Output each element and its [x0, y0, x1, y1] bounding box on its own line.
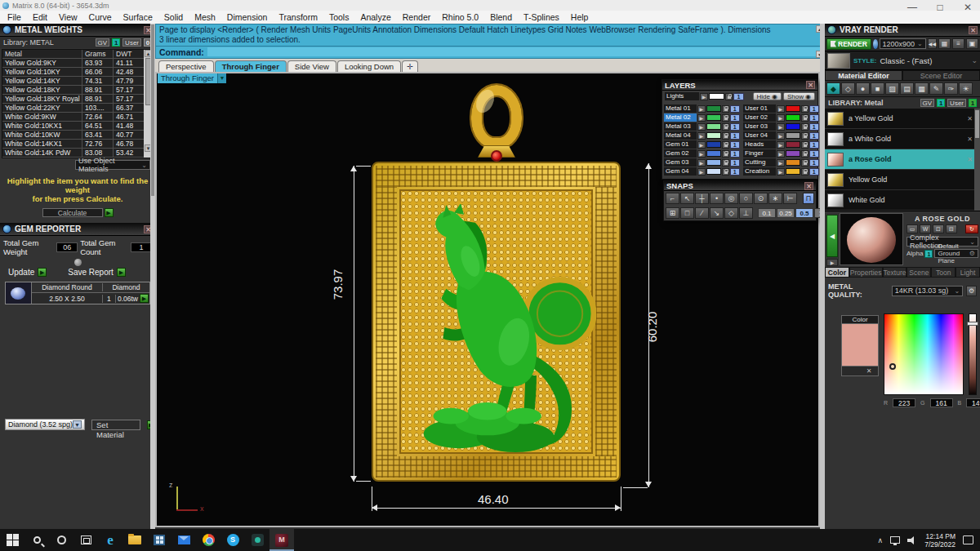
- blue-value[interactable]: 149: [966, 398, 980, 407]
- command-input[interactable]: [207, 47, 821, 56]
- menu-item[interactable]: Curve: [83, 11, 118, 24]
- layer-expand-icon[interactable]: ▶: [777, 132, 785, 140]
- update-button[interactable]: Update: [8, 268, 34, 277]
- store-button[interactable]: [147, 529, 172, 551]
- viewport-tab[interactable]: Looking Down: [337, 60, 401, 72]
- layer-toggle[interactable]: 1: [730, 114, 740, 122]
- clear-color-icon[interactable]: ✕: [860, 367, 878, 375]
- layer-color-swatch[interactable]: [786, 114, 800, 121]
- lock-icon[interactable]: [722, 123, 729, 131]
- column-grams[interactable]: Grams: [82, 50, 113, 58]
- refresh-preview-button[interactable]: ↻: [965, 224, 978, 233]
- menu-item[interactable]: Transform: [273, 11, 323, 24]
- layer-expand-icon[interactable]: ▶: [697, 150, 706, 158]
- table-row[interactable]: White Gold:10KW 63.41 40.77: [2, 131, 144, 140]
- snap-button[interactable]: □: [680, 207, 694, 219]
- lock-icon[interactable]: [801, 168, 808, 176]
- start-button[interactable]: [0, 529, 24, 551]
- viewport-tab[interactable]: Side View: [287, 60, 336, 72]
- render-button[interactable]: RENDER: [826, 38, 871, 50]
- layer-color-swatch[interactable]: [786, 150, 800, 157]
- layer-toggle[interactable]: 1: [809, 123, 819, 131]
- material-option-icon[interactable]: ⊡: [933, 224, 944, 233]
- close-icon[interactable]: ✕: [804, 182, 813, 190]
- lock-icon[interactable]: [801, 150, 808, 158]
- menu-item[interactable]: Edit: [27, 11, 53, 24]
- menu-item[interactable]: Render: [397, 11, 436, 24]
- material-tool-icon[interactable]: ◇: [841, 82, 855, 95]
- speaker-icon[interactable]: [907, 536, 917, 544]
- material-tool-icon[interactable]: ✑: [944, 82, 958, 95]
- snap-button[interactable]: ○: [739, 193, 753, 204]
- lock-icon[interactable]: [722, 159, 729, 167]
- menu-item[interactable]: Tools: [323, 11, 355, 24]
- snap-button[interactable]: ⊢: [783, 193, 797, 204]
- material-list-item[interactable]: a Rose Gold ✕: [825, 149, 980, 170]
- gem-material-dropdown[interactable]: Diamond (3.52 spg) ▼: [5, 419, 85, 430]
- material-tool-icon[interactable]: ▨: [885, 82, 899, 95]
- chevron-down-icon[interactable]: ▼: [217, 73, 226, 83]
- property-tab[interactable]: Texture: [883, 267, 907, 278]
- layer-toggle[interactable]: 1: [730, 168, 740, 176]
- material-back-button[interactable]: ◀: [826, 215, 838, 257]
- chrome-button[interactable]: [196, 529, 220, 551]
- layer-expand-icon[interactable]: ▶: [697, 123, 706, 131]
- menu-item[interactable]: Blend: [484, 11, 518, 24]
- menu-item[interactable]: Analyze: [354, 11, 396, 24]
- snap-button[interactable]: ↖: [680, 193, 694, 204]
- layer-toggle[interactable]: 1: [730, 105, 740, 113]
- render-tool-icon[interactable]: ▣: [966, 38, 978, 49]
- table-row[interactable]: Yellow Gold:22KY 103.... 66.37: [2, 104, 144, 113]
- material-list-item[interactable]: White Gold: [825, 190, 980, 211]
- layer-toggle[interactable]: 1: [809, 132, 819, 140]
- skype-button[interactable]: S: [220, 529, 245, 551]
- render-style-row[interactable]: STYLE: Classic - (Fast) ⌄: [825, 51, 980, 70]
- close-icon[interactable]: ✕: [806, 81, 815, 89]
- layer-expand-icon[interactable]: ▶: [777, 150, 785, 158]
- layer-row[interactable]: Metal 03 ▶ 1: [664, 122, 740, 131]
- snap-button[interactable]: ┼: [695, 193, 709, 204]
- save-report-button[interactable]: Save Report: [68, 268, 114, 277]
- total-gem-weight-value[interactable]: 06: [56, 242, 78, 252]
- total-gem-count-value[interactable]: 1: [131, 242, 152, 252]
- layer-color-swatch[interactable]: [786, 159, 800, 166]
- material-forward-button[interactable]: ▶: [826, 259, 838, 266]
- layer-color-swatch[interactable]: [706, 141, 721, 148]
- snap-button[interactable]: ∗: [768, 193, 782, 204]
- lock-icon[interactable]: [801, 114, 808, 122]
- user-filter-value[interactable]: 1: [969, 99, 977, 107]
- table-row[interactable]: White Gold:14KX1 72.76 46.78: [2, 140, 144, 149]
- gv-filter-button[interactable]: GV: [920, 99, 935, 107]
- menu-item[interactable]: Solid: [158, 11, 189, 24]
- table-row[interactable]: Yellow Gold:18KY Royal 88.91 57.17: [2, 95, 144, 104]
- material-tool-icon[interactable]: ▤: [900, 82, 914, 95]
- ground-plane-dropdown[interactable]: Default Ground Plane⚙: [934, 249, 978, 258]
- table-row[interactable]: White Gold:10KX1 64.51 41.48: [2, 122, 144, 131]
- palette-icon[interactable]: [842, 367, 860, 375]
- layers-header[interactable]: LAYERS ✕: [662, 80, 817, 91]
- layer-toggle[interactable]: 1: [809, 141, 819, 149]
- current-color-swatch[interactable]: [841, 324, 879, 367]
- layer-toggle[interactable]: 1: [809, 114, 819, 122]
- render-tool-icon[interactable]: ≡: [952, 38, 964, 49]
- layer-color-swatch[interactable]: [706, 123, 721, 130]
- layer-expand-icon[interactable]: ▶: [697, 132, 706, 140]
- snap-precision-button[interactable]: 0.5: [795, 208, 813, 218]
- property-tab[interactable]: Scene: [906, 267, 931, 278]
- material-tool-icon[interactable]: ◆: [826, 82, 840, 95]
- alpha-toggle[interactable]: 1: [924, 250, 933, 258]
- layer-row[interactable]: Creation ▶ 1: [743, 167, 819, 176]
- material-list-scrollbar[interactable]: [974, 109, 980, 211]
- snap-button[interactable]: ∕: [695, 207, 709, 219]
- color-gradient-field[interactable]: [884, 313, 964, 395]
- snaps-header[interactable]: SNAPS ✕: [664, 181, 816, 191]
- horse-model[interactable]: [403, 204, 596, 455]
- layer-row[interactable]: Metal 02 ▶ 1: [664, 113, 740, 122]
- layer-expand-icon[interactable]: ▶: [777, 159, 785, 167]
- editor-tab[interactable]: Material Editor: [825, 70, 902, 81]
- gem-reporter-header[interactable]: GEM REPORTER ✕: [0, 223, 155, 236]
- layer-color-swatch[interactable]: [706, 168, 721, 175]
- file-explorer-button[interactable]: [122, 529, 147, 551]
- material-tool-icon[interactable]: ✎: [929, 82, 943, 95]
- lock-icon[interactable]: [722, 114, 729, 122]
